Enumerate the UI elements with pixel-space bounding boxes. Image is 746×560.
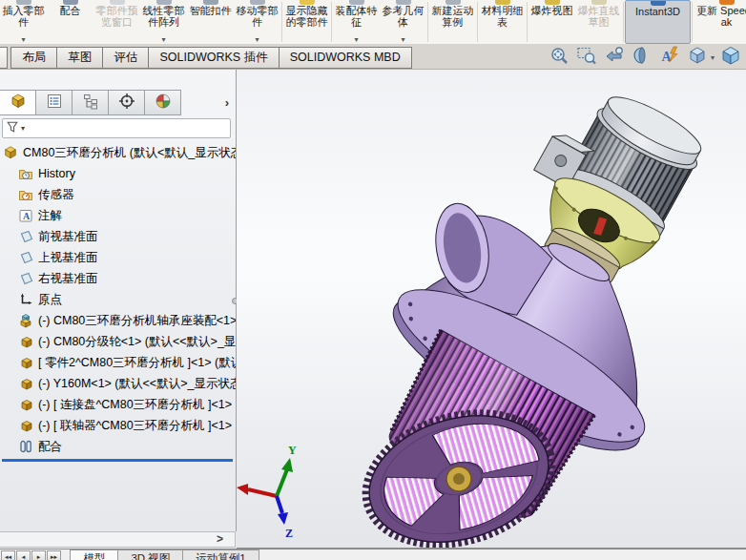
triad-y-label: Y bbox=[288, 444, 297, 457]
svg-text:A: A bbox=[23, 211, 31, 221]
ribbon-button-label: 线性零部件阵列 bbox=[141, 6, 186, 28]
command-tab[interactable]: SOLIDWORKS 插件 bbox=[148, 47, 279, 69]
document-tab[interactable]: 运动算例1 bbox=[182, 550, 259, 560]
tree-filter-input[interactable]: ▾ bbox=[2, 118, 231, 138]
document-tab[interactable]: 模型 bbox=[70, 550, 118, 560]
zoom-to-area-button[interactable] bbox=[575, 46, 598, 69]
plane-icon bbox=[18, 271, 33, 286]
command-tab[interactable]: 布局 bbox=[10, 47, 57, 69]
annotation-view-button[interactable]: A bbox=[658, 46, 681, 69]
mates-icon bbox=[18, 439, 33, 454]
manager-tab-propertymanager[interactable] bbox=[35, 90, 73, 115]
dropdown-caret-icon[interactable]: ▾ bbox=[401, 36, 404, 44]
configurationmanager-icon bbox=[82, 93, 99, 114]
triad-x-arrow bbox=[237, 484, 248, 495]
ribbon-group-separator bbox=[623, 2, 624, 42]
tab-scroll-prev-button[interactable]: ◂ bbox=[16, 550, 31, 560]
triad-z-label: Z bbox=[285, 527, 293, 540]
ribbon-button-smart-fasteners[interactable]: 智能扣件 bbox=[187, 0, 234, 44]
ribbon-button-explode-line-sketch: 爆炸直线草图 bbox=[575, 0, 622, 44]
ribbon-group-separator bbox=[331, 2, 332, 42]
rollback-bar[interactable] bbox=[2, 459, 233, 462]
tree-item[interactable]: 传感器 bbox=[0, 184, 236, 205]
ribbon-button-insert-components[interactable]: 插入零部件▾ bbox=[0, 0, 47, 44]
ribbon-button-new-motion-study[interactable]: 新建运动算例 bbox=[429, 0, 476, 44]
ribbon-button-label: Instant3D bbox=[635, 7, 680, 18]
graphics-viewport[interactable]: X Y Z bbox=[237, 70, 746, 549]
tree-item[interactable]: History bbox=[0, 163, 236, 184]
panel-bottom-strip: > bbox=[0, 531, 236, 548]
tab-scroll-next-button[interactable]: ▸ bbox=[31, 550, 46, 560]
ribbon-button-reference-geometry[interactable]: 参考几何体▾ bbox=[380, 0, 426, 44]
ribbon-button-label: 配合 bbox=[60, 6, 81, 17]
ribbon-button-mate[interactable]: 配合 bbox=[47, 0, 93, 44]
manager-tab-dimxpertmanager[interactable] bbox=[108, 90, 145, 115]
command-tab[interactable]: SOLIDWORKS MBD bbox=[279, 47, 412, 69]
part-icon bbox=[18, 355, 33, 370]
tree-item[interactable]: 配合 bbox=[0, 436, 236, 457]
panel-flyout-chevron[interactable]: › bbox=[218, 90, 236, 115]
dropdown-caret-icon[interactable]: ▾ bbox=[21, 36, 25, 44]
tree-item[interactable]: (-) CM80分级轮<1> (默认<<默认>_显 bbox=[0, 331, 236, 352]
document-tab[interactable]: 3D 视图 bbox=[117, 550, 183, 560]
section-view-button[interactable] bbox=[631, 46, 653, 69]
manager-tab-configurationmanager[interactable] bbox=[72, 90, 109, 115]
ribbon-group-separator bbox=[477, 2, 478, 42]
ribbon-button-assembly-features[interactable]: 装配体特征▾ bbox=[333, 0, 380, 44]
dropdown-caret-icon[interactable]: ▾ bbox=[161, 36, 165, 44]
ribbon-button-show-hidden-components[interactable]: 显示隐藏的零部件 bbox=[283, 0, 330, 44]
panel-expand-button[interactable]: > bbox=[217, 532, 223, 547]
tree-item[interactable]: (-) CM80三环磨分析机轴承座装配<1> bbox=[0, 310, 236, 331]
feature-manager-panel: › ▾ CM80三环磨分析机 (默认<默认_显示状态-History传感器A注解… bbox=[0, 70, 237, 531]
dropdown-caret-icon[interactable]: ▾ bbox=[711, 53, 715, 62]
dropdown-caret-icon[interactable]: ▾ bbox=[354, 36, 358, 44]
tree-item-label: 传感器 bbox=[38, 187, 74, 203]
displaymanager-icon bbox=[155, 93, 172, 114]
tree-item[interactable]: 上视基准面 bbox=[0, 247, 236, 268]
tree-item[interactable]: (-) [ 连接盘^CM80三环磨分析机 ]<1> bbox=[0, 394, 236, 415]
tree-item-label: (-) CM80分级轮<1> (默认<<默认>_显 bbox=[38, 334, 236, 350]
manager-tab-displaymanager[interactable] bbox=[144, 90, 181, 115]
tree-item[interactable]: 前视基准面 bbox=[0, 226, 236, 247]
tree-item[interactable]: CM80三环磨分析机 (默认<默认_显示状态- bbox=[0, 142, 236, 163]
tab-scroll-first-button[interactable]: ◂◂ bbox=[1, 550, 15, 560]
tree-item[interactable]: (-) Y160M<1> (默认<<默认>_显示状态 bbox=[0, 373, 236, 394]
dropdown-caret-icon[interactable]: ▾ bbox=[255, 36, 259, 44]
tree-item-label: 上视基准面 bbox=[38, 250, 98, 266]
featuremanager-icon bbox=[10, 93, 27, 114]
tree-item[interactable]: [ 零件2^CM80三环磨分析机 ]<1> (默认 bbox=[0, 352, 236, 373]
ribbon-button-instant3d[interactable]: Instant3D bbox=[625, 0, 691, 44]
plane-icon bbox=[18, 229, 33, 244]
ribbon-button-label: 更新 Speedpak bbox=[694, 6, 746, 28]
command-tab[interactable]: 草图 bbox=[56, 47, 103, 69]
ribbon-group-separator bbox=[692, 2, 693, 42]
tree-item[interactable]: 原点 bbox=[0, 289, 236, 310]
manager-tab-bar: › bbox=[0, 90, 236, 115]
ribbon-button-move-component[interactable]: 移动零部件▾ bbox=[234, 0, 280, 44]
zoom-to-fit-button[interactable] bbox=[548, 46, 570, 69]
subassembly-icon bbox=[18, 313, 33, 328]
tree-item[interactable]: 右视基准面 bbox=[0, 268, 236, 289]
zoom-to-fit-icon bbox=[549, 45, 570, 70]
ribbon-button-update-speedpak[interactable]: 更新 Speedpak bbox=[694, 0, 746, 44]
command-tab[interactable]: 评估 bbox=[102, 47, 149, 69]
ribbon-button-exploded-view[interactable]: 爆炸视图 bbox=[528, 0, 575, 44]
ribbon-button-label: 装配体特征 bbox=[334, 6, 379, 28]
tab-scroll-last-button[interactable]: ▸▸ bbox=[47, 550, 61, 560]
view-orientation-button[interactable] bbox=[686, 46, 709, 69]
tab-assembly-partial[interactable] bbox=[0, 47, 8, 69]
previous-view-button[interactable] bbox=[603, 46, 626, 69]
ribbon-button-label: 移动零部件 bbox=[235, 6, 280, 28]
ribbon-button-bill-of-materials[interactable]: 材料明细表 bbox=[479, 0, 526, 44]
ribbon-button-label: 参考几何体 bbox=[381, 6, 425, 28]
zoom-to-area-icon bbox=[576, 45, 597, 70]
ribbon-button-label: 材料明细表 bbox=[480, 6, 525, 28]
ribbon-button-linear-component-pattern[interactable]: 线性零部件阵列▾ bbox=[140, 0, 187, 44]
tree-item[interactable]: A注解 bbox=[0, 205, 236, 226]
tree-item-label: 前视基准面 bbox=[38, 229, 98, 245]
tree-item[interactable]: (-) [ 联轴器^CM80三环磨分析机 ]<1> bbox=[0, 415, 236, 436]
ribbon-button-label: 插入零部件 bbox=[1, 6, 46, 28]
manager-tab-featuremanager[interactable] bbox=[0, 90, 36, 115]
display-style-button[interactable] bbox=[719, 46, 742, 69]
view-orientation-icon bbox=[687, 45, 708, 70]
